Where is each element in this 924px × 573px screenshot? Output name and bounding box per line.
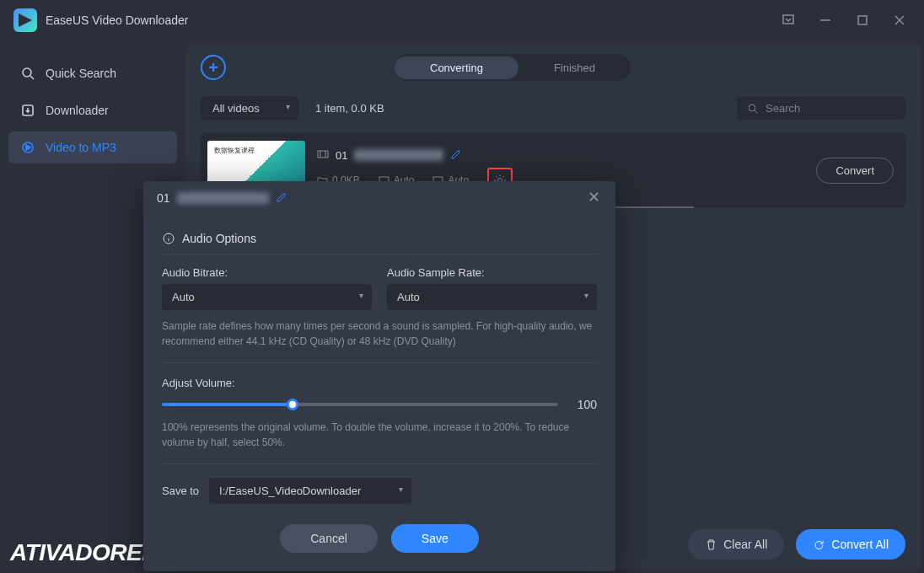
saveto-label: Save to bbox=[162, 485, 199, 497]
audio-options-heading: Audio Options bbox=[162, 223, 597, 254]
sidebar-item-label: Video to MP3 bbox=[46, 141, 116, 154]
search-icon bbox=[20, 66, 35, 81]
volume-hint: 100% represents the original volume. To … bbox=[162, 420, 597, 450]
film-icon bbox=[317, 148, 329, 163]
window-menu-button[interactable] bbox=[777, 9, 799, 31]
dialog-title-blurred: xxxxxxx bbox=[177, 192, 269, 204]
bitrate-label: Audio Bitrate: bbox=[162, 266, 372, 279]
audio-options-dialog: 01 xxxxxxx ✕ Audio Options Audio Bitrate… bbox=[143, 181, 615, 571]
convert-button[interactable]: Convert bbox=[816, 158, 894, 184]
samplerate-label: Audio Sample Rate: bbox=[387, 266, 597, 279]
download-icon bbox=[20, 103, 35, 118]
search-placeholder: Search bbox=[766, 102, 800, 115]
filter-dropdown[interactable]: All videos bbox=[201, 96, 298, 120]
search-icon bbox=[747, 103, 759, 115]
sidebar-item-video-to-mp3[interactable]: Video to MP3 bbox=[8, 131, 177, 163]
volume-value: 100 bbox=[570, 398, 597, 411]
dialog-close-button[interactable]: ✕ bbox=[585, 190, 602, 206]
sidebar-item-downloader[interactable]: Downloader bbox=[8, 94, 177, 126]
toolbar: All videos 1 item, 0.0 KB Search bbox=[185, 91, 921, 132]
info-icon bbox=[162, 232, 175, 245]
clear-all-button[interactable]: Clear All bbox=[688, 529, 784, 560]
tab-finished[interactable]: Finished bbox=[518, 56, 631, 79]
minimize-button[interactable] bbox=[814, 9, 836, 31]
refresh-icon bbox=[813, 538, 825, 551]
titlebar: EaseUS Video Downloader bbox=[0, 0, 924, 40]
divider bbox=[162, 463, 597, 464]
volume-slider[interactable] bbox=[162, 403, 558, 406]
sidebar-item-label: Downloader bbox=[46, 104, 109, 117]
svg-point-5 bbox=[23, 68, 31, 77]
app-logo bbox=[13, 8, 37, 32]
svg-rect-0 bbox=[783, 15, 793, 24]
edit-icon[interactable] bbox=[450, 147, 463, 163]
tab-converting[interactable]: Converting bbox=[395, 56, 518, 79]
search-input[interactable]: Search bbox=[737, 97, 905, 120]
maximize-button[interactable] bbox=[851, 9, 873, 31]
divider bbox=[162, 362, 597, 363]
samplerate-hint: Sample rate defines how many times per s… bbox=[162, 319, 597, 349]
window-controls bbox=[777, 9, 911, 31]
cancel-button[interactable]: Cancel bbox=[280, 524, 378, 553]
topbar: + Converting Finished bbox=[185, 44, 921, 91]
video-title-blurred: xxxxxxx bbox=[354, 149, 443, 161]
trash-icon bbox=[705, 538, 717, 551]
app-title: EaseUS Video Downloader bbox=[46, 13, 188, 27]
svg-rect-11 bbox=[318, 151, 328, 158]
edit-icon[interactable] bbox=[276, 190, 288, 206]
sidebar-item-quick-search[interactable]: Quick Search bbox=[8, 57, 177, 89]
volume-label: Adjust Volume: bbox=[162, 377, 597, 389]
video-title: 01 xxxxxxx bbox=[317, 147, 806, 163]
slider-thumb[interactable] bbox=[287, 399, 298, 410]
bitrate-select[interactable]: Auto bbox=[162, 284, 372, 310]
footer-actions: Clear All Convert All bbox=[688, 529, 905, 560]
samplerate-select[interactable]: Auto bbox=[387, 284, 597, 310]
tab-strip: Converting Finished bbox=[395, 54, 631, 81]
saveto-select[interactable]: I:/EaseUS_VideoDownloader bbox=[209, 478, 411, 504]
video-to-mp3-icon bbox=[20, 140, 35, 155]
sidebar-item-label: Quick Search bbox=[46, 67, 116, 80]
save-button[interactable]: Save bbox=[391, 524, 479, 553]
svg-line-6 bbox=[30, 76, 34, 79]
convert-all-button[interactable]: Convert All bbox=[796, 529, 905, 560]
close-button[interactable] bbox=[889, 9, 911, 31]
dialog-header: 01 xxxxxxx ✕ bbox=[143, 181, 615, 215]
item-count: 1 item, 0.0 KB bbox=[315, 102, 384, 115]
svg-rect-2 bbox=[858, 16, 867, 24]
svg-point-9 bbox=[749, 104, 755, 111]
svg-line-10 bbox=[755, 110, 758, 114]
add-button[interactable]: + bbox=[201, 55, 226, 80]
